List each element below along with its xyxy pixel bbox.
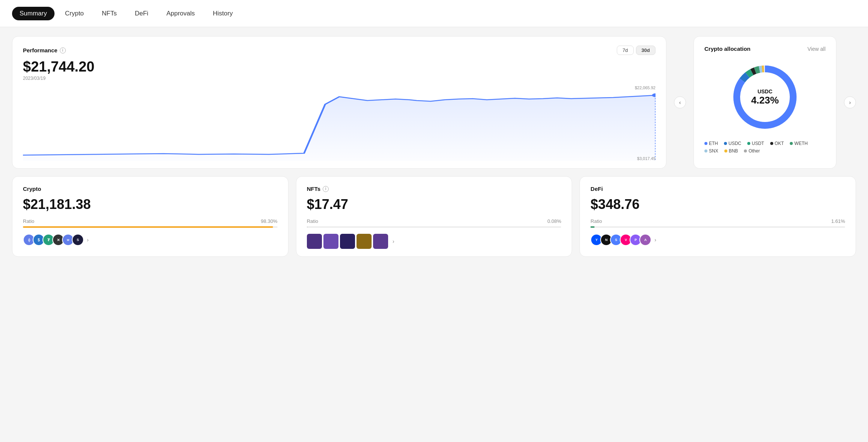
nav-item-nfts[interactable]: NFTs xyxy=(94,7,124,20)
time-btn-30d[interactable]: 30d xyxy=(636,46,656,55)
legend-snx: SNX xyxy=(704,148,718,154)
legend-dot-usdc xyxy=(724,142,727,145)
performance-title: Performance xyxy=(23,47,58,53)
defi-progress-fill xyxy=(590,226,595,228)
allocation-card: Crypto allocation View all xyxy=(693,36,836,169)
nft-arrow[interactable]: › xyxy=(393,238,395,244)
defi-tokens-arrow[interactable]: › xyxy=(654,237,656,243)
nfts-card-title: NFTs i xyxy=(307,186,561,192)
nav-item-summary[interactable]: Summary xyxy=(12,7,55,20)
nfts-ratio-pct: 0.08% xyxy=(547,218,561,224)
crypto-progress-bg xyxy=(23,226,278,228)
time-buttons: 7d 30d xyxy=(617,46,656,55)
donut-chart: USDC 4.23% xyxy=(704,59,826,135)
performance-value: $21,744.20 xyxy=(23,59,656,75)
defi-card-value: $348.76 xyxy=(590,197,845,212)
legend-eth: ETH xyxy=(704,141,718,146)
allocation-legend: ETH USDC USDT OKT WETH xyxy=(704,141,826,154)
crypto-token-icons: ⟠ $ ₮ ✕ W S › xyxy=(23,234,278,246)
chart-svg xyxy=(23,85,656,161)
navigation: Summary Crypto NFTs DeFi Approvals Histo… xyxy=(0,0,868,27)
bottom-row: Crypto $21,181.38 Ratio 98.30% ⟠ $ ₮ ✕ W… xyxy=(12,176,856,257)
defi-ratio-pct: 1.61% xyxy=(831,218,845,224)
allocation-title: Crypto allocation xyxy=(704,46,751,52)
defi-progress-bg xyxy=(590,226,845,228)
defi-card: DeFi $348.76 Ratio 1.61% Y N S V P A › xyxy=(580,176,856,257)
crypto-tokens-arrow[interactable]: › xyxy=(87,237,89,243)
legend-dot-weth xyxy=(790,142,793,145)
defi-card-title: DeFi xyxy=(590,186,845,192)
nft-thumb-4 xyxy=(357,234,372,249)
legend-weth: WETH xyxy=(790,141,807,146)
donut-label: USDC xyxy=(757,88,772,94)
performance-chart: $22,065.92 xyxy=(23,85,656,161)
legend-dot-okt xyxy=(770,142,773,145)
nfts-card-value: $17.47 xyxy=(307,197,561,212)
legend-dot-other xyxy=(744,149,747,152)
main-content: Performance i 7d 30d $21,744.20 2023/03/… xyxy=(0,27,868,266)
nfts-progress-fill xyxy=(307,226,308,228)
nft-thumbnails: › xyxy=(307,234,561,249)
legend-usdc: USDC xyxy=(724,141,741,146)
performance-card: Performance i 7d 30d $21,744.20 2023/03/… xyxy=(12,36,666,169)
nfts-info-icon[interactable]: i xyxy=(323,186,329,192)
legend-dot-bnb xyxy=(724,149,727,152)
nfts-card: NFTs i $17.47 Ratio 0.08% › xyxy=(296,176,572,257)
crypto-card-title: Crypto xyxy=(23,186,278,192)
top-row: Performance i 7d 30d $21,744.20 2023/03/… xyxy=(12,36,856,169)
nft-thumb-1 xyxy=(307,234,322,249)
defi-token-6: A xyxy=(639,234,651,246)
legend-other: Other xyxy=(744,148,760,154)
legend-dot-eth xyxy=(704,142,707,145)
crypto-ratio-label: Ratio xyxy=(23,218,34,224)
chart-label-min: $3,017.45 xyxy=(637,156,656,161)
legend-usdt: USDT xyxy=(747,141,764,146)
donut-center: USDC 4.23% xyxy=(751,88,779,106)
crypto-progress-fill xyxy=(23,226,273,228)
performance-date: 2023/03/19 xyxy=(23,76,656,81)
time-btn-7d[interactable]: 7d xyxy=(617,46,633,55)
nav-item-approvals[interactable]: Approvals xyxy=(159,7,202,20)
legend-dot-usdt xyxy=(747,142,750,145)
nfts-ratio-label: Ratio xyxy=(307,218,318,224)
legend-dot-snx xyxy=(704,149,707,152)
nav-item-defi[interactable]: DeFi xyxy=(127,7,156,20)
nfts-progress-bg xyxy=(307,226,561,228)
crypto-card-value: $21,181.38 xyxy=(23,197,278,212)
nft-thumb-3 xyxy=(340,234,355,249)
nft-thumb-2 xyxy=(323,234,338,249)
performance-info-icon[interactable]: i xyxy=(60,47,66,53)
crypto-ratio-pct: 98.30% xyxy=(261,218,278,224)
chart-label-max: $22,065.92 xyxy=(635,85,656,90)
crypto-card: Crypto $21,181.38 Ratio 98.30% ⟠ $ ₮ ✕ W… xyxy=(12,176,288,257)
allocation-next-arrow[interactable]: › xyxy=(844,96,856,108)
nft-thumb-5 xyxy=(373,234,388,249)
allocation-prev-arrow[interactable]: ‹ xyxy=(674,96,686,108)
nav-item-crypto[interactable]: Crypto xyxy=(58,7,91,20)
defi-ratio-label: Ratio xyxy=(590,218,602,224)
nav-item-history[interactable]: History xyxy=(205,7,240,20)
donut-pct: 4.23% xyxy=(751,94,779,106)
token-icon-snx: S xyxy=(72,234,84,246)
legend-okt: OKT xyxy=(770,141,784,146)
legend-bnb: BNB xyxy=(724,148,738,154)
view-all-button[interactable]: View all xyxy=(807,46,826,52)
defi-token-icons: Y N S V P A › xyxy=(590,234,845,246)
